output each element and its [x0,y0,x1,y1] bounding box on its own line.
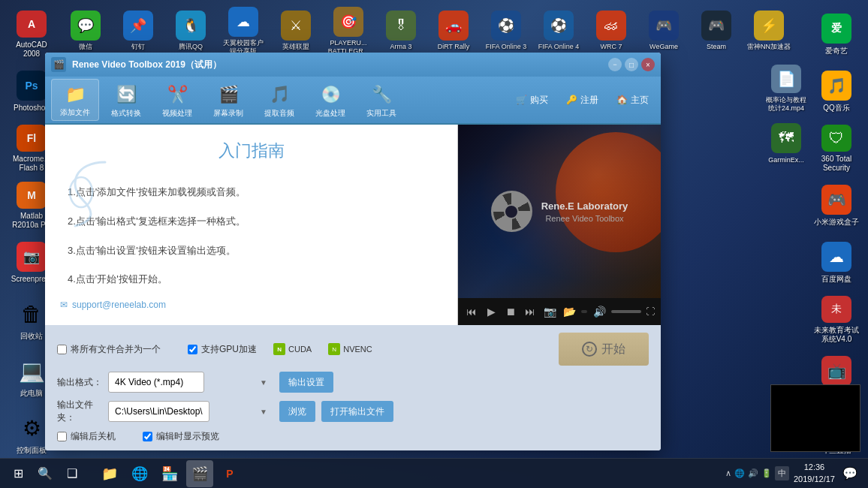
toolbar-screen-record[interactable]: 🎬 屏幕录制 [204,79,252,121]
settings-button[interactable]: 输出设置 [279,372,333,393]
gpu-checkbox-label[interactable]: 支持GPU加速 [188,343,257,356]
top-icon-yingxiong[interactable]: ⚔ 英雄联盟 [270,4,321,58]
top-icon-fifa4[interactable]: ⚽ FIFA Online 4 [533,4,584,58]
open-output-button[interactable]: 打开输出文件 [321,401,393,422]
lab-subtitle: Renee Video Toolbox [541,214,628,223]
nvenc-badge: N NVENC [328,343,372,355]
gpu-checkbox[interactable] [188,345,197,354]
top-icon-dirt[interactable]: 🚗 DiRT Rally [428,4,479,58]
top-icon-wrc[interactable]: 🏎 WRC 7 [586,4,637,58]
toolbar-video-edit[interactable]: ✂️ 视频处理 [153,79,201,121]
app-content: 入门指南 1.点击'添加文件'按钮来加载视频或音频。 2.点击'输出格式'复选框… [45,125,661,325]
expand-button[interactable]: ⛶ [646,306,655,317]
format-select[interactable]: 4K Video (*.mp4) 1080p Video (*.mp4) 720… [108,372,204,393]
app-window: 🎬 Renee Video Toolbox 2019（试用） － □ × 📁 添… [45,53,661,450]
add-file-label: 添加文件 [60,108,90,117]
video-controls: ⏮ ▶ ⏹ ⏭ 📷 📂 🔊 ⛶ [458,298,661,325]
buy-button[interactable]: 🛒 购买 [510,91,554,110]
preview-label: 编辑时显示预览 [156,430,219,443]
taskbar-app-edge[interactable]: 🌐 [126,460,153,487]
top-icon-arma3[interactable]: 🎖 Arma 3 [375,4,426,58]
tray-arrow[interactable]: ∧ [725,468,731,478]
camera-button[interactable]: 📷 [542,306,557,318]
taskbar: ⊞ 🔍 ❑ 📁 🌐 🏪 🎬 P ∧ 🌐 🔊 🔋 中 12:36 2019/12/… [0,458,868,488]
icon-iqiyi[interactable]: 爱 爱奇艺 [811,8,862,62]
toolbar-convert[interactable]: 🔄 格式转换 [102,79,150,121]
preview-panel: Rene.E Laboratory Renee Video Toolbox ⏮ … [458,125,661,325]
taskbar-app-store[interactable]: 🏪 [156,460,183,487]
top-icon-wegame[interactable]: 🎮 WeGame [638,4,689,58]
minimize-button[interactable]: － [608,58,622,71]
browse-button[interactable]: 浏览 [279,401,315,422]
input-method[interactable]: 中 [775,466,789,480]
toolkit-label: 实用工具 [366,109,396,118]
close-button[interactable]: × [641,58,655,71]
top-icon-xiaomi[interactable]: 📱 小米游戏驱动器 [796,4,800,58]
cuda-badge: N CUDA [269,342,316,357]
icon-wenjian[interactable]: 📄 概率论与教程统计24.mp4 [761,62,812,116]
skip-forward-button[interactable]: ⏭ [523,306,538,318]
merge-checkbox-label[interactable]: 将所有文件合并为一个 [57,343,161,356]
options-row: 将所有文件合并为一个 支持GPU加速 N CUDA N NVENC [57,333,649,366]
merge-label: 将所有文件合并为一个 [71,343,161,356]
gpu-label: 支持GPU加速 [201,343,257,356]
merge-checkbox[interactable] [57,345,67,354]
start-button[interactable]: ⊞ [8,463,29,484]
volume-slider[interactable] [611,310,641,313]
video-edit-label: 视频处理 [162,109,192,118]
taskbar-right: ∧ 🌐 🔊 🔋 中 12:36 2019/12/17 💬 [718,459,868,488]
skip-back-button[interactable]: ⏮ [464,306,479,318]
svg-point-0 [70,177,92,207]
extract-audio-icon: 🎵 [267,83,291,107]
top-icon-pubg[interactable]: 🎯 PLAYERU... BATTLEGR... [323,4,374,58]
app-title-icon: 🎬 [51,57,66,72]
progress-bar[interactable] [581,310,587,313]
toolbar-extract-audio[interactable]: 🎵 提取音频 [255,79,303,121]
toolbar-toolkit[interactable]: 🔧 实用工具 [357,79,405,121]
volume-icon[interactable]: 🔊 [592,306,607,318]
taskbar-app-explorer[interactable]: 📁 [96,460,123,487]
extract-audio-label: 提取音频 [264,109,294,118]
tray-network: 🌐 [734,468,745,478]
taskbar-app-pptv[interactable]: P [216,460,243,487]
search-button[interactable]: 🔍 [35,463,56,484]
top-icon-tianyi[interactable]: ☁ 天翼校园客户端分享版 [218,4,269,58]
toolbar-disc[interactable]: 💿 光盘处理 [306,79,354,121]
screen-record-icon: 🎬 [216,83,240,107]
task-view-button[interactable]: ❑ [62,463,83,484]
maximize-button[interactable]: □ [625,58,638,71]
add-file-icon: 📁 [63,83,87,106]
top-icon-dingding[interactable]: 📌 钉钉 [113,4,164,58]
icon-baidu-yun[interactable]: ☁ 百度网盘 [811,236,862,290]
taskbar-start-area: ⊞ 🔍 ❑ [0,459,90,488]
top-icon-leiniao[interactable]: ⚡ 雷神NN加速器 [743,4,794,58]
preview-checkbox[interactable] [143,432,152,441]
preview-checkbox-label[interactable]: 编辑时显示预览 [143,430,219,443]
email-icon: ✉ [60,300,68,310]
register-button[interactable]: 🔑 注册 [560,91,604,110]
icon-weilai[interactable]: 未 未来教育考试系统V4.0 [811,293,862,347]
toolbar-add-file[interactable]: 📁 添加文件 [51,79,99,121]
tray-sound: 🔊 [748,468,758,478]
play-button[interactable]: ▶ [484,306,499,318]
output-path-select[interactable]: C:\Users\Lin\Desktop\ [108,401,209,422]
folder-button[interactable]: 📂 [562,306,577,318]
icon-xiaomi-game[interactable]: 🎮 小米游戏盒子 [811,179,862,233]
top-icon-qq[interactable]: 🐧 腾讯QQ [165,4,216,58]
home-button[interactable]: 🏠 主页 [610,91,655,110]
taskbar-app-video[interactable]: 🎬 [186,460,213,487]
icon-garmin[interactable]: 🗺 GarminEx... [761,116,812,170]
nvenc-logo: N [328,343,340,355]
shutdown-checkbox[interactable] [57,432,67,441]
stop-button[interactable]: ⏹ [503,306,518,318]
start-button[interactable]: ↻ 开始 [559,333,649,366]
top-icon-wechat[interactable]: 💬 微信 [60,4,111,58]
top-icon-steam[interactable]: 🎮 Steam [691,4,742,58]
guide-email: ✉ support@reneelab.com [60,300,442,310]
shutdown-checkbox-label[interactable]: 编辑后关机 [57,430,116,443]
top-icon-fifa3[interactable]: ⚽ FIFA Online 3 [481,4,532,58]
icon-360[interactable]: 🛡 360 Total Security [811,122,862,176]
notification-button[interactable]: 💬 [839,463,860,484]
icon-qq-music[interactable]: 🎵 QQ音乐 [811,65,862,119]
system-tray: ∧ 🌐 🔊 🔋 中 [725,466,789,480]
